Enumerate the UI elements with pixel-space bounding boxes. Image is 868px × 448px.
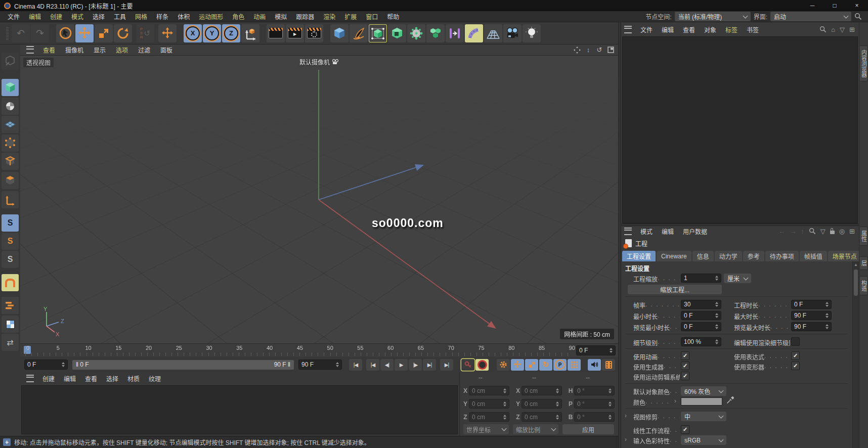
apply-button[interactable]: 应用 — [562, 424, 614, 434]
am-back-icon[interactable]: ← — [778, 228, 785, 235]
play-button[interactable]: ▶ — [395, 359, 408, 371]
next-frame-button[interactable]: |▶ — [409, 359, 422, 371]
mirror-tool-button[interactable]: ⇄ — [2, 334, 19, 351]
om-home-icon[interactable]: ⌂ — [831, 26, 835, 33]
view-pan-icon[interactable] — [573, 46, 582, 54]
interface-select[interactable]: 启动 — [770, 12, 851, 21]
field-button[interactable] — [446, 24, 464, 42]
material-menu-create[interactable]: 创建 — [38, 374, 59, 383]
menu-mesh[interactable]: 网格 — [131, 12, 152, 21]
view-dolly-icon[interactable]: ↕ — [584, 46, 593, 54]
om-search-icon[interactable] — [819, 26, 827, 33]
am-lock-icon[interactable] — [830, 231, 835, 234]
material-menu-icon[interactable] — [26, 375, 34, 382]
previous-frame-button[interactable]: ◀| — [380, 359, 394, 371]
coord-scale-x-field[interactable]: 0 cm — [522, 386, 562, 395]
toolbar-drag-handle[interactable] — [6, 27, 9, 40]
edges-mode-button[interactable] — [2, 153, 19, 170]
keyframe-selection-button[interactable] — [497, 359, 510, 371]
view-label[interactable]: 透视视图 — [23, 58, 54, 67]
key-parameter-button[interactable]: P — [553, 359, 567, 371]
menu-mograph[interactable]: 运动图形 — [194, 12, 228, 21]
play-sound-button[interactable] — [588, 359, 601, 371]
viewport-menu-cameras[interactable]: 摄像机 — [60, 46, 89, 54]
menu-volume[interactable]: 体积 — [173, 12, 194, 21]
menu-animate[interactable]: 动画 — [249, 12, 270, 21]
spline-pen-button[interactable] — [350, 24, 368, 42]
modeling-settings-button[interactable] — [2, 316, 19, 333]
om-menu-tags[interactable]: 标签 — [721, 25, 742, 34]
viewport-menu-filter[interactable]: 过滤 — [133, 46, 155, 54]
enable-snap-button[interactable] — [2, 274, 19, 291]
dock-tab-structure[interactable]: 构造 — [860, 276, 868, 295]
dock-tab-content-browser[interactable]: 内容浏览器 — [860, 46, 868, 81]
am-add-icon[interactable]: ⊞ — [849, 228, 855, 235]
record-keyframe-button[interactable] — [461, 359, 474, 371]
key-scale-button[interactable] — [525, 359, 538, 371]
light-button[interactable] — [523, 24, 541, 42]
tab-scene-nodes[interactable]: 场景节点 — [828, 251, 861, 261]
render-lod-checkbox[interactable] — [791, 337, 800, 346]
coord-mode-select[interactable]: 缩放比例 — [513, 424, 558, 434]
coordinate-system-button[interactable] — [241, 24, 259, 42]
make-editable-button[interactable] — [2, 53, 19, 70]
scale-project-button[interactable]: 缩放工程... — [628, 285, 722, 294]
previous-key-button[interactable]: |◀ — [366, 359, 379, 371]
color-reveal-icon[interactable]: › — [674, 397, 676, 405]
redo-button[interactable]: ↷ — [31, 24, 49, 42]
edit-render-settings-button[interactable] — [305, 24, 323, 42]
bend-deformer-button[interactable] — [465, 24, 483, 42]
om-menu-objects[interactable]: 对象 — [700, 25, 721, 34]
project-time-field[interactable]: 0 F — [791, 300, 832, 309]
lock-z-axis-button[interactable]: Z — [222, 24, 240, 42]
coord-pos-x-field[interactable]: 0 cm — [469, 386, 509, 395]
am-menu-userdata[interactable]: 用户数据 — [678, 227, 712, 236]
minimize-button[interactable]: ─ — [801, 0, 823, 11]
tab-project-settings[interactable]: 工程设置 — [622, 251, 656, 261]
cube-primitive-button[interactable] — [330, 24, 349, 42]
am-forward-icon[interactable]: → — [790, 228, 796, 235]
tab-key-interpolation[interactable]: 帧插值 — [800, 251, 827, 261]
menu-create[interactable]: 创建 — [46, 12, 67, 21]
tab-cineware[interactable]: Cineware — [657, 251, 691, 261]
menu-simulate[interactable]: 模拟 — [270, 12, 291, 21]
tab-info[interactable]: 信息 — [692, 251, 714, 261]
search-icon[interactable] — [854, 13, 862, 20]
workplane-mode-button[interactable] — [2, 116, 19, 133]
move-tool[interactable] — [75, 24, 94, 42]
points-mode-button[interactable] — [2, 135, 19, 152]
menu-mode[interactable]: 模式 — [67, 12, 88, 21]
menu-tools[interactable]: 工具 — [109, 12, 131, 21]
view-rotate-icon[interactable]: ↺ — [595, 46, 604, 54]
scroll-up-icon[interactable]: ▲ — [853, 262, 859, 267]
scrollbar-thumb[interactable] — [854, 270, 858, 296]
om-menu-view[interactable]: 查看 — [678, 25, 700, 34]
undo-button[interactable]: ↶ — [12, 24, 30, 42]
use-motion-checkbox[interactable]: ✓ — [681, 372, 689, 380]
spinner-icon[interactable] — [607, 348, 613, 353]
tab-dynamics[interactable]: 动力学 — [715, 251, 742, 261]
volume-builder-button[interactable] — [407, 24, 425, 42]
polygons-mode-button[interactable] — [2, 172, 19, 189]
floor-button[interactable] — [484, 24, 502, 42]
key-position-button[interactable] — [511, 359, 524, 371]
timeline-ruler[interactable]: 0510 152025 303540 455055 606570 758085 … — [20, 343, 618, 357]
color-swatch[interactable] — [681, 397, 722, 406]
viewport-canvas[interactable]: 透视视图 默认摄像机 so0000.com 网格间距 : 50 cm Y Z X — [20, 56, 618, 343]
material-menu-view[interactable]: 查看 — [80, 374, 102, 383]
om-menu-bookmarks[interactable]: 书签 — [742, 25, 763, 34]
range-end-field[interactable]: 90 F — [298, 360, 342, 370]
material-menu-edit[interactable]: 编辑 — [59, 374, 80, 383]
attribute-scrollbar[interactable]: ▲ — [852, 261, 859, 448]
use-expressions-checkbox[interactable]: ✓ — [791, 351, 800, 360]
lock-x-axis-button[interactable]: X — [184, 24, 202, 42]
spinner-icon[interactable] — [59, 362, 65, 367]
object-manager-menu-icon[interactable] — [624, 26, 632, 33]
input-profile-select[interactable]: sRGB — [681, 435, 726, 445]
menu-file[interactable]: 文件 — [3, 12, 24, 21]
viewport-solo-hierarchy-button[interactable]: S — [2, 251, 19, 268]
key-pla-button[interactable] — [568, 359, 581, 371]
coord-scale-y-field[interactable]: 0 cm — [522, 399, 562, 409]
menu-spline[interactable]: 样条 — [152, 12, 173, 21]
coord-scale-z-field[interactable]: 0 cm — [522, 412, 562, 422]
